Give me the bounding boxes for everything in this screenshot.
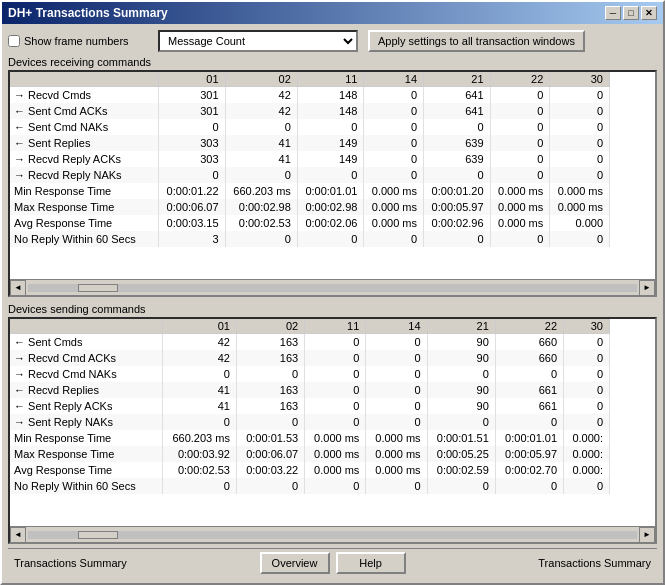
- cell-value: 0: [490, 87, 550, 103]
- receiving-table: 01 02 11 14 21 22 30 → Recvd C: [10, 72, 610, 247]
- cell-value: 41: [225, 135, 297, 151]
- cell-value: 0: [564, 478, 610, 494]
- sending-col-01: 01: [162, 319, 236, 334]
- cell-value: 0:00:03.22: [236, 462, 304, 478]
- table-row: Max Response Time0:00:06.070:00:02.980:0…: [10, 199, 610, 215]
- receiving-scroll-left[interactable]: ◄: [10, 280, 26, 296]
- show-frame-numbers-checkbox[interactable]: [8, 35, 20, 47]
- help-button[interactable]: Help: [336, 552, 406, 574]
- receiving-scroll-thumb[interactable]: [78, 284, 118, 292]
- cell-value: 42: [225, 87, 297, 103]
- cell-value: 42: [225, 103, 297, 119]
- cell-value: 0:00:02.98: [297, 199, 364, 215]
- cell-value: 303: [159, 135, 226, 151]
- cell-value: 90: [427, 398, 495, 414]
- cell-value: 41: [162, 382, 236, 398]
- cell-value: 0:00:01.01: [495, 430, 563, 446]
- footer-buttons: Overview Help: [260, 552, 406, 574]
- cell-value: 0:00:01.20: [424, 183, 491, 199]
- cell-value: 90: [427, 350, 495, 366]
- overview-button[interactable]: Overview: [260, 552, 330, 574]
- cell-value: 163: [236, 398, 304, 414]
- cell-value: 41: [162, 398, 236, 414]
- receiving-table-container: 01 02 11 14 21 22 30 → Recvd C: [8, 70, 657, 297]
- receiving-col-02: 02: [225, 72, 297, 87]
- cell-value: 0: [364, 231, 424, 247]
- sending-col-22: 22: [495, 319, 563, 334]
- sending-scroll-track[interactable]: [28, 531, 637, 539]
- message-count-dropdown[interactable]: Message Count Byte Count Error Count: [158, 30, 358, 52]
- cell-value: 0.000 ms: [490, 183, 550, 199]
- show-frame-numbers-label: Show frame numbers: [24, 35, 129, 47]
- cell-value: 0: [564, 414, 610, 430]
- receiving-label: Devices receiving commands: [8, 56, 657, 68]
- cell-value: 0: [162, 414, 236, 430]
- cell-value: 0.000 ms: [366, 446, 427, 462]
- cell-value: 90: [427, 334, 495, 350]
- row-label: ← Sent Cmd ACKs: [10, 103, 159, 119]
- cell-value: 661: [495, 398, 563, 414]
- minimize-button[interactable]: ─: [605, 6, 621, 20]
- cell-value: 0:00:02.06: [297, 215, 364, 231]
- receiving-table-scroll[interactable]: 01 02 11 14 21 22 30 → Recvd C: [10, 72, 655, 279]
- maximize-button[interactable]: □: [623, 6, 639, 20]
- cell-value: 0: [305, 334, 366, 350]
- cell-value: 0: [427, 478, 495, 494]
- cell-value: 0: [550, 151, 610, 167]
- cell-value: 0.000 ms: [305, 462, 366, 478]
- cell-value: 0: [424, 167, 491, 183]
- cell-value: 0:00:02.53: [162, 462, 236, 478]
- cell-value: 0:00:02.70: [495, 462, 563, 478]
- sending-header-row: 01 02 11 14 21 22 30: [10, 319, 610, 334]
- receiving-scroll-right[interactable]: ►: [639, 280, 655, 296]
- cell-value: 0: [159, 167, 226, 183]
- cell-value: 0: [364, 167, 424, 183]
- cell-value: 0: [550, 135, 610, 151]
- sending-scroll-right[interactable]: ►: [639, 527, 655, 543]
- cell-value: 0: [550, 119, 610, 135]
- cell-value: 0: [305, 350, 366, 366]
- receiving-scrollbar[interactable]: ◄ ►: [10, 279, 655, 295]
- cell-value: 0: [564, 398, 610, 414]
- sending-scrollbar[interactable]: ◄ ►: [10, 526, 655, 542]
- apply-settings-button[interactable]: Apply settings to all transaction window…: [368, 30, 585, 52]
- table-row: Max Response Time0:00:03.920:00:06.070.0…: [10, 446, 610, 462]
- cell-value: 0: [366, 478, 427, 494]
- cell-value: 0: [159, 119, 226, 135]
- cell-value: 0:00:03.92: [162, 446, 236, 462]
- sending-col-21: 21: [427, 319, 495, 334]
- cell-value: 0:00:03.15: [159, 215, 226, 231]
- row-label: → Recvd Cmd ACKs: [10, 350, 162, 366]
- cell-value: 0.000 ms: [550, 183, 610, 199]
- sending-scroll-thumb[interactable]: [78, 531, 118, 539]
- row-label: → Recvd Reply NAKs: [10, 167, 159, 183]
- receiving-scroll-track[interactable]: [28, 284, 637, 292]
- sending-table-container: 01 02 11 14 21 22 30 ← Sent Cm: [8, 317, 657, 544]
- cell-value: 303: [159, 151, 226, 167]
- cell-value: 0:00:01.01: [297, 183, 364, 199]
- sending-scroll-left[interactable]: ◄: [10, 527, 26, 543]
- receiving-col-22: 22: [490, 72, 550, 87]
- cell-value: 0: [305, 414, 366, 430]
- table-row: ← Sent Cmd NAKs0000000: [10, 119, 610, 135]
- close-button[interactable]: ✕: [641, 6, 657, 20]
- show-frame-numbers-area: Show frame numbers: [8, 35, 148, 47]
- cell-value: 0: [366, 366, 427, 382]
- table-row: Min Response Time0:00:01.22660.203 ms0:0…: [10, 183, 610, 199]
- row-label: No Reply Within 60 Secs: [10, 478, 162, 494]
- cell-value: 0: [490, 119, 550, 135]
- cell-value: 660: [495, 334, 563, 350]
- cell-value: 3: [159, 231, 226, 247]
- row-label: Min Response Time: [10, 183, 159, 199]
- receiving-col-11: 11: [297, 72, 364, 87]
- dropdown-area: Message Count Byte Count Error Count: [158, 30, 358, 52]
- cell-value: 0:00:02.59: [427, 462, 495, 478]
- sending-table-scroll[interactable]: 01 02 11 14 21 22 30 ← Sent Cm: [10, 319, 655, 526]
- main-window: DH+ Transactions Summary ─ □ ✕ Show fram…: [0, 0, 665, 585]
- cell-value: 0.000:: [564, 430, 610, 446]
- cell-value: 0: [225, 231, 297, 247]
- cell-value: 0: [297, 167, 364, 183]
- cell-value: 0: [490, 231, 550, 247]
- receiving-header-row: 01 02 11 14 21 22 30: [10, 72, 610, 87]
- cell-value: 641: [424, 87, 491, 103]
